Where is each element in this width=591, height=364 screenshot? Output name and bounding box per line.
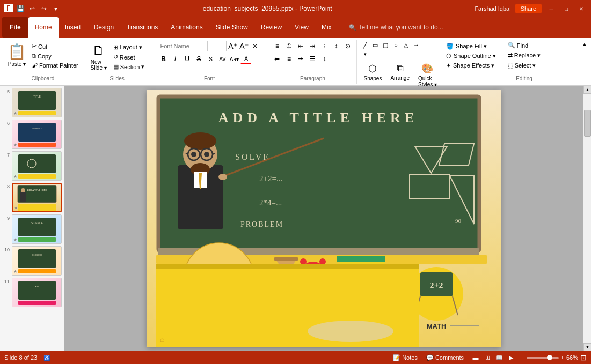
menu-slideshow[interactable]: Slide Show <box>209 17 254 38</box>
align-left-btn[interactable]: ⬅ <box>272 54 282 64</box>
slide-thumb-5[interactable]: 5 TITLE ★ <box>2 88 62 117</box>
shape-triangle[interactable]: △ <box>401 41 411 49</box>
zoom-thumb[interactable] <box>547 355 552 360</box>
shape-more[interactable]: ▾ <box>360 50 370 58</box>
menu-mix[interactable]: Mix <box>315 17 338 38</box>
svg-rect-12 <box>20 192 26 202</box>
shape-effects-button[interactable]: ✦ Shape Effects ▾ <box>443 61 499 70</box>
zoom-slider[interactable] <box>527 357 559 359</box>
change-case-btn[interactable]: Aa▾ <box>229 54 239 64</box>
align-center-btn[interactable]: ≡ <box>283 54 294 64</box>
underline-button[interactable]: U <box>181 54 192 64</box>
share-button[interactable]: Share <box>515 4 542 13</box>
shadow-button[interactable]: S <box>205 54 216 64</box>
bold-button[interactable]: B <box>158 54 169 64</box>
menu-animations[interactable]: Animations <box>164 17 209 38</box>
font-size-input[interactable] <box>207 41 227 51</box>
line-spacing-btn[interactable]: ↕ <box>319 54 330 64</box>
slide-thumb-8[interactable]: 8 ADD A TITLE HERE ★ <box>2 183 62 212</box>
svg-text:MATH: MATH <box>427 322 447 330</box>
zoom-out-btn[interactable]: − <box>521 354 524 361</box>
zoom-in-btn[interactable]: + <box>561 354 564 361</box>
select-button[interactable]: ⬚ Select ▾ <box>506 61 538 70</box>
find-button[interactable]: 🔍 Find <box>506 41 530 50</box>
scroll-down-btn[interactable]: ▼ <box>583 343 591 351</box>
slide-thumb-9[interactable]: 9 SCIENCE ★ <box>2 214 62 244</box>
clear-formatting-btn[interactable]: ✕ <box>250 41 260 51</box>
smart-art-btn[interactable]: ⊙ <box>342 41 353 51</box>
bullets-btn[interactable]: ≡ <box>272 41 282 51</box>
paste-button[interactable]: 📋 Paste ▾ <box>5 41 28 69</box>
reset-button[interactable]: ↺ Reset <box>111 53 147 62</box>
menu-home[interactable]: Home <box>28 17 59 38</box>
shape-rounded-rect[interactable]: ▢ <box>381 41 390 49</box>
menu-review[interactable]: Review <box>254 17 288 38</box>
font-color-btn[interactable]: A <box>240 54 251 64</box>
new-slide-button[interactable]: 🗋 NewSlide ▾ <box>87 41 110 73</box>
font-name-input[interactable] <box>158 41 206 51</box>
vertical-scrollbar[interactable]: ▲ ▼ <box>583 86 591 351</box>
fit-slide-btn[interactable]: ⊡ <box>580 353 587 362</box>
text-direction-btn[interactable]: ↕ <box>331 41 341 51</box>
app-icon: 🅿 <box>4 4 13 13</box>
view-normal-btn[interactable]: ▬ <box>470 353 481 362</box>
cut-button[interactable]: ✂ Cut <box>30 42 81 51</box>
slide-thumb-10[interactable]: 10 ENGLISH ★ <box>2 246 62 276</box>
slide-thumb-6[interactable]: 6 SUBJECT ★ <box>2 120 62 149</box>
menu-search[interactable]: 🔍 Tell me what you want to do... <box>342 17 450 38</box>
notes-button[interactable]: 📝 Notes <box>391 353 420 362</box>
view-reading-btn[interactable]: 📖 <box>494 353 505 362</box>
shape-circle[interactable]: ○ <box>391 41 400 49</box>
italic-button[interactable]: I <box>170 54 180 64</box>
font-size-decrease[interactable]: A⁻ <box>238 41 249 51</box>
quick-save[interactable]: 💾 <box>16 4 25 13</box>
accessibility-btn[interactable]: ♿ <box>41 354 52 362</box>
shape-line[interactable]: ╱ <box>360 41 370 49</box>
ribbon-collapse-btn[interactable]: ▲ <box>580 40 589 48</box>
minimize-btn[interactable]: ─ <box>546 3 557 14</box>
numbered-list-btn[interactable]: ① <box>283 41 294 51</box>
slide-thumb-11[interactable]: 11 ART <box>2 278 62 307</box>
view-slide-sorter-btn[interactable]: ⊞ <box>482 353 493 362</box>
quick-styles-button[interactable]: 🎨 QuickStyles ▾ <box>415 61 440 90</box>
slide-canvas[interactable]: ADD A TITLE HERE SOLVE 2+2=... 2*4=... P… <box>147 90 501 347</box>
comments-button[interactable]: 💬 Comments <box>424 353 466 362</box>
menu-file[interactable]: File <box>2 17 28 38</box>
svg-rect-3 <box>18 123 56 142</box>
shape-rect[interactable]: ▭ <box>370 41 380 49</box>
quick-styles-icon: 🎨 <box>421 63 433 75</box>
undo-btn[interactable]: ↩ <box>28 4 37 13</box>
maximize-btn[interactable]: □ <box>561 3 572 14</box>
menu-design[interactable]: Design <box>87 17 120 38</box>
shape-outline-button[interactable]: ⬡ Shape Outline ▾ <box>443 51 499 61</box>
strikethrough-button[interactable]: S <box>193 54 204 64</box>
indent-increase-btn[interactable]: ⇥ <box>307 41 318 51</box>
indent-decrease-btn[interactable]: ⇤ <box>295 41 306 51</box>
shape-fill-button[interactable]: 🪣 Shape Fill ▾ <box>443 42 499 51</box>
font-size-increase[interactable]: A⁺ <box>227 41 238 51</box>
layout-button[interactable]: ⊞ Layout ▾ <box>111 43 147 52</box>
copy-button[interactable]: ⧉ Copy <box>30 51 81 61</box>
menu-insert[interactable]: Insert <box>59 17 87 38</box>
align-right-btn[interactable]: ⮕ <box>295 54 306 64</box>
scroll-up-btn[interactable]: ▲ <box>583 86 591 94</box>
shapes-button[interactable]: ⬡ Shapes <box>360 61 385 90</box>
font-group: A⁺ A⁻ ✕ B I U S S AV Aa▾ A Font <box>150 40 268 84</box>
shape-arrow[interactable]: → <box>411 41 421 49</box>
customize-btn[interactable]: ▼ <box>52 4 60 13</box>
column-btn[interactable]: ⫶ <box>319 41 330 51</box>
view-slideshow-btn[interactable]: ▶ <box>506 353 516 362</box>
section-button[interactable]: ▤ Section ▾ <box>111 62 147 71</box>
font-spacing-btn[interactable]: AV <box>217 54 228 64</box>
notes-icon: 📝 <box>393 354 400 361</box>
replace-button[interactable]: ⇄ Replace ▾ <box>506 51 543 60</box>
slide-thumb-7[interactable]: 7 ★ <box>2 151 62 181</box>
close-btn[interactable]: ✕ <box>576 3 587 14</box>
menu-transitions[interactable]: Transitions <box>120 17 164 38</box>
justify-btn[interactable]: ☰ <box>307 54 318 64</box>
arrange-button[interactable]: ⧉ Arrange <box>387 61 413 90</box>
format-painter-button[interactable]: 🖌 Format Painter <box>30 61 81 70</box>
redo-btn[interactable]: ↪ <box>40 4 48 13</box>
scroll-thumb[interactable] <box>584 110 591 137</box>
menu-view[interactable]: View <box>288 17 315 38</box>
